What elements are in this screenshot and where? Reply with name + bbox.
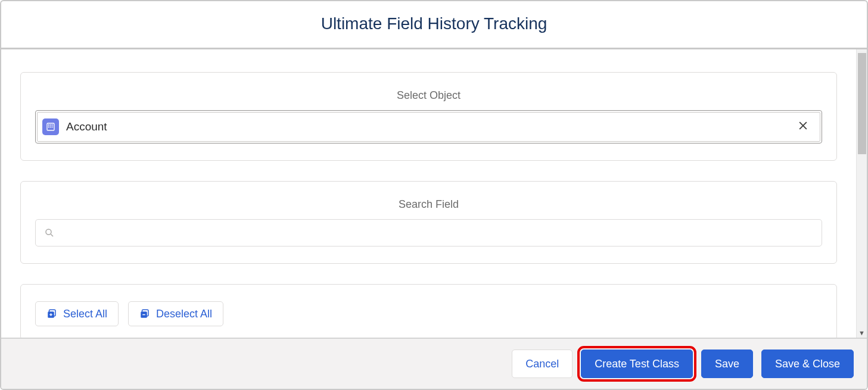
vertical-scrollbar[interactable]: ▼ bbox=[856, 49, 867, 338]
deselect-all-icon bbox=[139, 308, 150, 319]
scrollbar-down-arrow[interactable]: ▼ bbox=[857, 330, 867, 336]
select-all-button[interactable]: Select All bbox=[35, 301, 119, 326]
select-object-label: Select Object bbox=[35, 89, 822, 102]
modal-body-wrap: Select Object bbox=[1, 49, 867, 338]
selection-actions-bar: Select All Deselect All bbox=[35, 301, 822, 326]
selection-actions-card: Select All Deselect All bbox=[20, 284, 837, 338]
modal-body: Select Object bbox=[1, 49, 856, 338]
search-field-input-wrap[interactable] bbox=[35, 219, 822, 247]
create-test-class-button[interactable]: Create Test Class bbox=[581, 350, 693, 378]
save-button[interactable]: Save bbox=[701, 350, 753, 378]
deselect-all-label: Deselect All bbox=[156, 308, 212, 320]
create-test-class-label: Create Test Class bbox=[595, 358, 679, 370]
account-icon bbox=[42, 118, 59, 135]
search-input[interactable] bbox=[61, 227, 813, 239]
svg-rect-5 bbox=[52, 124, 53, 126]
modal-footer: Cancel Create Test Class Save Save & Clo… bbox=[1, 338, 867, 389]
cancel-button[interactable]: Cancel bbox=[512, 350, 573, 378]
deselect-all-button[interactable]: Deselect All bbox=[128, 301, 223, 326]
modal-title: Ultimate Field History Tracking bbox=[1, 14, 867, 33]
search-field-label: Search Field bbox=[35, 198, 822, 211]
selected-object-name: Account bbox=[66, 120, 788, 133]
modal-header: Ultimate Field History Tracking bbox=[1, 1, 867, 49]
select-object-field[interactable]: Account bbox=[35, 110, 822, 143]
close-icon bbox=[797, 120, 809, 132]
svg-rect-2 bbox=[50, 124, 51, 126]
svg-rect-6 bbox=[52, 126, 53, 127]
clear-object-button[interactable] bbox=[795, 117, 811, 136]
cancel-label: Cancel bbox=[525, 358, 559, 370]
select-object-card: Select Object bbox=[20, 72, 837, 161]
save-label: Save bbox=[715, 358, 739, 370]
select-all-icon bbox=[46, 308, 57, 319]
svg-line-10 bbox=[51, 234, 53, 236]
scrollbar-thumb[interactable] bbox=[858, 53, 866, 154]
search-field-card: Search Field bbox=[20, 181, 837, 264]
save-and-close-label: Save & Close bbox=[775, 358, 840, 370]
select-all-label: Select All bbox=[63, 308, 107, 320]
search-icon bbox=[44, 227, 55, 238]
svg-point-9 bbox=[46, 229, 51, 235]
svg-rect-3 bbox=[48, 126, 49, 127]
selected-object-pill: Account bbox=[37, 112, 820, 142]
modal-container: Ultimate Field History Tracking Select O… bbox=[0, 0, 868, 390]
save-and-close-button[interactable]: Save & Close bbox=[761, 350, 854, 378]
svg-rect-4 bbox=[50, 126, 51, 127]
svg-rect-1 bbox=[48, 124, 49, 126]
